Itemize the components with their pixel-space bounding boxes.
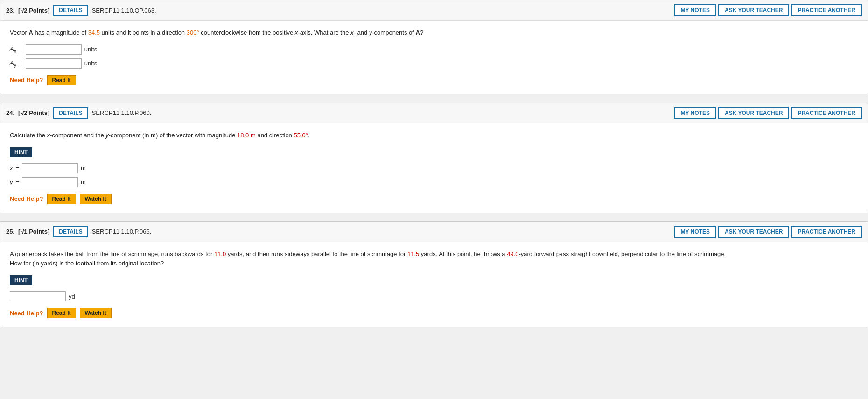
question-number-25: 25.	[6, 228, 14, 235]
ax-label: Ax	[10, 45, 16, 54]
need-help-label-25: Need Help?	[10, 310, 43, 317]
answer-input-25[interactable]	[10, 291, 66, 301]
ask-teacher-button-25[interactable]: ASK YOUR TEACHER	[718, 226, 789, 238]
ay-unit: units	[84, 60, 97, 67]
details-button-24[interactable]: DETAILS	[53, 107, 88, 119]
question-points-24: [-/2 Points]	[18, 109, 49, 116]
equals-ax: =	[19, 46, 23, 53]
question-body-23: Vector A has a magnitude of 34.5 units a…	[0, 21, 868, 94]
answer-input-row-25: yd	[10, 291, 858, 301]
x-unit-24: m	[81, 164, 86, 171]
x-label-24: x	[10, 164, 13, 171]
question-block-25: 25. [-/1 Points] DETAILS SERCP11 1.10.P.…	[0, 221, 868, 328]
question-code-25: SERCP11 1.10.P.066.	[92, 228, 671, 235]
my-notes-button-23[interactable]: MY NOTES	[674, 4, 716, 16]
equals-ay: =	[19, 60, 23, 67]
need-help-label-23: Need Help?	[10, 77, 43, 84]
need-help-row-24: Need Help? Read It Watch It	[10, 194, 858, 204]
practice-another-button-23[interactable]: PRACTICE ANOTHER	[791, 4, 862, 16]
question-points-25: [-/1 Points]	[18, 228, 49, 235]
watch-it-button-25[interactable]: Watch It	[80, 308, 112, 318]
x-input-row-24: x = m	[10, 163, 858, 173]
ax-unit: units	[84, 46, 97, 53]
ax-input-row: Ax = units	[10, 44, 858, 55]
need-help-row-23: Need Help? Read It	[10, 75, 858, 86]
question-points-23: [-/2 Points]	[18, 7, 49, 14]
equals-y-24: =	[16, 178, 20, 185]
read-it-button-23[interactable]: Read It	[47, 75, 76, 86]
question-code-23: SERCP11 1.10.OP.063.	[92, 7, 671, 14]
question-code-24: SERCP11 1.10.P.060.	[92, 109, 671, 116]
question-header-25: 25. [-/1 Points] DETAILS SERCP11 1.10.P.…	[0, 222, 868, 242]
hint-box-25[interactable]: HINT	[10, 275, 32, 285]
y-label-24: y	[10, 178, 13, 185]
question-block-24: 24. [-/2 Points] DETAILS SERCP11 1.10.P.…	[0, 103, 868, 213]
ax-input[interactable]	[26, 44, 82, 55]
practice-another-button-25[interactable]: PRACTICE ANOTHER	[791, 226, 862, 238]
ask-teacher-button-24[interactable]: ASK YOUR TEACHER	[718, 107, 789, 119]
header-actions-24: MY NOTES ASK YOUR TEACHER PRACTICE ANOTH…	[674, 107, 862, 119]
question-text-24: Calculate the x-component and the y-comp…	[10, 131, 858, 141]
ay-input[interactable]	[26, 58, 82, 69]
need-help-label-24: Need Help?	[10, 195, 43, 202]
my-notes-button-25[interactable]: MY NOTES	[674, 226, 716, 238]
ask-teacher-button-23[interactable]: ASK YOUR TEACHER	[718, 4, 789, 16]
question-block-23: 23. [-/2 Points] DETAILS SERCP11 1.10.OP…	[0, 0, 868, 94]
question-body-25: A quarterback takes the ball from the li…	[0, 242, 868, 327]
header-actions-23: MY NOTES ASK YOUR TEACHER PRACTICE ANOTH…	[674, 4, 862, 16]
watch-it-button-24[interactable]: Watch It	[80, 194, 112, 204]
hint-box-24[interactable]: HINT	[10, 147, 32, 157]
question-number-23: 23.	[6, 7, 14, 14]
ay-input-row: Ay = units	[10, 58, 858, 69]
details-button-23[interactable]: DETAILS	[53, 5, 88, 16]
header-actions-25: MY NOTES ASK YOUR TEACHER PRACTICE ANOTH…	[674, 226, 862, 238]
question-text-line2-25: How far (in yards) is the football from …	[10, 260, 164, 267]
question-header-23: 23. [-/2 Points] DETAILS SERCP11 1.10.OP…	[0, 0, 868, 21]
details-button-25[interactable]: DETAILS	[53, 226, 88, 237]
question-number-24: 24.	[6, 109, 14, 116]
ay-label: Ay	[10, 59, 16, 68]
y-input-24[interactable]	[22, 177, 78, 187]
y-input-row-24: y = m	[10, 177, 858, 187]
y-unit-24: m	[81, 178, 86, 185]
question-header-24: 24. [-/2 Points] DETAILS SERCP11 1.10.P.…	[0, 103, 868, 123]
read-it-button-25[interactable]: Read It	[47, 308, 76, 318]
need-help-row-25: Need Help? Read It Watch It	[10, 308, 858, 318]
question-body-24: Calculate the x-component and the y-comp…	[0, 123, 868, 213]
question-text-25: A quarterback takes the ball from the li…	[10, 249, 858, 269]
my-notes-button-24[interactable]: MY NOTES	[674, 107, 716, 119]
equals-x-24: =	[16, 164, 20, 171]
x-input-24[interactable]	[22, 163, 78, 173]
practice-another-button-24[interactable]: PRACTICE ANOTHER	[791, 107, 862, 119]
question-text-23: Vector A has a magnitude of 34.5 units a…	[10, 28, 858, 38]
page-wrapper: 23. [-/2 Points] DETAILS SERCP11 1.10.OP…	[0, 0, 868, 327]
read-it-button-24[interactable]: Read It	[47, 194, 76, 204]
answer-unit-25: yd	[69, 293, 75, 300]
